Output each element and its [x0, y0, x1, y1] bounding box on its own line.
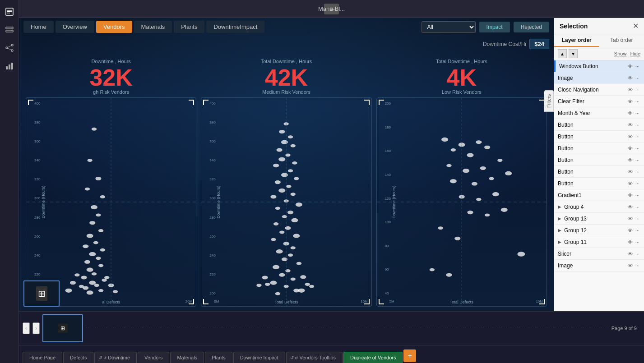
svg-point-32 [92, 272, 97, 276]
layer-clear-filter[interactable]: Clear Filter 👁 ··· [554, 96, 644, 107]
layer-more-btn[interactable]: ··· [635, 204, 640, 210]
nav-downtime-impact[interactable]: DowntimeImpact [206, 21, 264, 33]
layer-visibility-btn[interactable]: 👁 [627, 180, 634, 187]
tooltips-refresh-icon: ↺ [295, 356, 298, 360]
layer-month-year[interactable]: Month & Year 👁 ··· [554, 107, 644, 119]
nav-vendors[interactable]: Vendors [96, 21, 132, 33]
tab-duplicate-vendors[interactable]: Duplicate of Vendors [343, 352, 403, 363]
tab-layer-order[interactable]: Layer order [554, 34, 599, 47]
impact-button[interactable]: Impact [479, 22, 510, 32]
svg-point-82 [282, 257, 287, 261]
tab-plants[interactable]: Plants [205, 352, 232, 363]
layer-image-2[interactable]: Image 👁 ··· [554, 260, 644, 271]
layer-group-13[interactable]: ▶ Group 13 👁 ··· [554, 213, 644, 225]
nav-materials[interactable]: Materials [134, 21, 172, 33]
layer-visibility-btn[interactable]: 👁 [627, 75, 634, 81]
layer-more-btn[interactable]: ··· [635, 251, 640, 257]
layer-more-btn[interactable]: ··· [635, 192, 640, 198]
tab-downtime[interactable]: ↺Downtime [94, 352, 137, 363]
show-all-link[interactable]: Show [614, 51, 627, 56]
add-tab-button[interactable]: + [403, 349, 416, 362]
layer-windows-button[interactable]: Windows Button 👁 ··· [554, 60, 644, 72]
layer-more-btn[interactable]: ··· [635, 145, 640, 152]
filters-side-tab[interactable]: Filters [544, 90, 554, 112]
layer-visibility-btn[interactable]: 👁 [627, 133, 634, 140]
left-sidebar [0, 0, 19, 363]
visual-icon[interactable] [2, 59, 17, 73]
layer-button-3[interactable]: Button 👁 ··· [554, 142, 644, 154]
layer-button-1[interactable]: Button 👁 ··· [554, 119, 644, 131]
layer-more-btn[interactable]: ··· [635, 87, 640, 93]
svg-point-103 [476, 140, 482, 144]
layer-group-11[interactable]: ▶ Group 11 👁 ··· [554, 236, 644, 248]
layer-button-4[interactable]: Button 👁 ··· [554, 154, 644, 166]
svg-rect-5 [6, 30, 13, 32]
tab-defects[interactable]: Defects [63, 352, 93, 363]
move-up-button[interactable]: ▲ [558, 49, 567, 58]
layer-visibility-btn[interactable]: 👁 [627, 262, 634, 269]
report-icon[interactable] [2, 5, 17, 19]
nav-plants[interactable]: Plants [174, 21, 204, 33]
layer-list: Windows Button 👁 ··· Image 👁 ··· Close [554, 60, 644, 311]
tab-vendors[interactable]: Vendors [138, 352, 169, 363]
layer-visibility-btn[interactable]: 👁 [627, 216, 634, 222]
layer-visibility-btn[interactable]: 👁 [627, 239, 634, 245]
layer-more-btn[interactable]: ··· [635, 169, 640, 175]
layer-visibility-btn[interactable]: 👁 [627, 122, 634, 128]
model-icon[interactable] [2, 41, 17, 55]
close-selection-button[interactable]: ✕ [633, 22, 639, 30]
chart2-header: Total Downtime , Hours [201, 59, 371, 64]
tab-downtime-impact[interactable]: Downtime Impact [233, 352, 285, 363]
layer-visibility-btn[interactable]: 👁 [627, 251, 634, 257]
hide-all-link[interactable]: Hide [630, 51, 640, 56]
layer-more-btn[interactable]: ··· [635, 227, 640, 234]
layer-more-btn[interactable]: ··· [635, 239, 640, 245]
layer-slicer[interactable]: Slicer 👁 ··· [554, 248, 644, 260]
layer-visibility-btn[interactable]: 👁 [627, 145, 634, 152]
layer-more-btn[interactable]: ··· [635, 110, 640, 116]
layer-visibility-btn[interactable]: 👁 [627, 192, 634, 198]
layer-visibility-btn[interactable]: 👁 [627, 110, 634, 116]
thumb-prev-button[interactable]: ‹ [23, 322, 30, 334]
layer-more-btn[interactable]: ··· [635, 262, 640, 269]
thumb-next-button[interactable]: › [32, 322, 40, 334]
layer-button-6[interactable]: Button 👁 ··· [554, 178, 644, 189]
layer-more-btn[interactable]: ··· [635, 122, 640, 128]
layer-more-btn[interactable]: ··· [635, 75, 640, 81]
nav-overview[interactable]: Overview [56, 21, 94, 33]
layer-button-2[interactable]: Button 👁 ··· [554, 131, 644, 142]
layer-visibility-btn[interactable]: 👁 [627, 63, 634, 69]
layer-visibility-btn[interactable]: 👁 [627, 98, 634, 105]
layer-close-navigation[interactable]: Close Navigation 👁 ··· [554, 84, 644, 96]
tab-home-page[interactable]: Home Page [23, 352, 62, 363]
rejected-button[interactable]: Rejected [514, 22, 549, 32]
tab-vendors-tooltips[interactable]: ↺Vendors Tooltips [286, 352, 343, 363]
layer-more-btn[interactable]: ··· [635, 157, 640, 163]
chart1-header: Downtime , Hours [26, 59, 196, 64]
filter-dropdown[interactable]: All [422, 21, 476, 33]
layer-visibility-btn[interactable]: 👁 [627, 169, 634, 175]
layer-image-1[interactable]: Image 👁 ··· [554, 72, 644, 84]
layer-visibility-btn[interactable]: 👁 [627, 204, 634, 210]
nav-home[interactable]: Home [23, 21, 54, 33]
layer-more-btn[interactable]: ··· [635, 63, 640, 69]
svg-point-15 [87, 159, 92, 162]
tab-materials[interactable]: Materials [170, 352, 204, 363]
layer-more-btn[interactable]: ··· [635, 98, 640, 105]
svg-point-89 [284, 285, 289, 288]
layer-group-12[interactable]: ▶ Group 12 👁 ··· [554, 225, 644, 236]
layer-more-btn[interactable]: ··· [635, 133, 640, 140]
tab-tab-order[interactable]: Tab order [599, 34, 644, 47]
layer-more-btn[interactable]: ··· [635, 180, 640, 187]
thumbnail-vendors[interactable]: ⊞ [42, 314, 83, 342]
move-down-button[interactable]: ▼ [569, 49, 578, 58]
layer-group-4[interactable]: ▶ Group 4 👁 ··· [554, 201, 644, 213]
layer-more-btn[interactable]: ··· [635, 216, 640, 222]
layer-visibility-btn[interactable]: 👁 [627, 157, 634, 163]
data-icon[interactable] [2, 23, 17, 37]
layer-button-5[interactable]: Button 👁 ··· [554, 166, 644, 178]
layer-visibility-btn[interactable]: 👁 [627, 87, 634, 93]
layer-gradient1[interactable]: Gradient1 👁 ··· [554, 189, 644, 201]
layer-visibility-btn[interactable]: 👁 [627, 227, 634, 234]
page-thumbnail[interactable]: ⊞ [23, 280, 60, 307]
